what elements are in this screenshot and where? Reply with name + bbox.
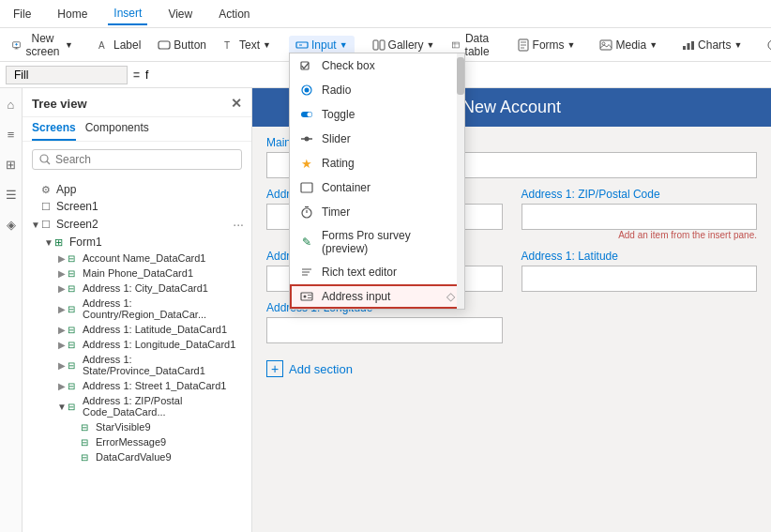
input-dropdown-menu: Check box Radio Toggle Slider ★ Rating C… — [289, 53, 465, 310]
icons-button[interactable]: ☺ Icons — [760, 36, 771, 54]
tree-item-label: Main Phone_DataCard1 — [83, 267, 193, 279]
dropdown-item-timer[interactable]: Timer — [290, 200, 464, 224]
gallery-icon — [372, 38, 386, 52]
text-icon: T — [223, 38, 236, 52]
expand-lat-icon: ▶ — [56, 325, 68, 335]
add-section-icon: + — [266, 360, 283, 377]
dropdown-item-label: Address input — [322, 290, 390, 303]
svg-rect-21 — [683, 46, 686, 50]
svg-rect-23 — [691, 41, 694, 50]
latitude-input[interactable] — [522, 266, 758, 292]
country-card-icon: ⊟ — [68, 304, 83, 314]
svg-rect-10 — [373, 40, 378, 50]
tree-item-main-phone[interactable]: ▶ ⊟ Main Phone_DataCard1 — [23, 266, 251, 281]
dropdown-item-toggle[interactable]: Toggle — [290, 102, 464, 127]
dropdown-scrollbar[interactable] — [457, 53, 464, 309]
media-button[interactable]: Media ▼ — [593, 36, 664, 54]
components-side-icon[interactable]: ◈ — [3, 216, 20, 233]
dropdown-item-slider[interactable]: Slider — [290, 127, 464, 151]
button-button[interactable]: Button — [151, 36, 213, 54]
data-side-icon[interactable]: ⊞ — [3, 156, 20, 173]
charts-button[interactable]: Charts ▼ — [675, 36, 748, 54]
add-section-label: Add section — [289, 362, 353, 376]
dropdown-item-rating[interactable]: ★ Rating — [290, 151, 464, 175]
tree-item-screen1[interactable]: ☐ Screen1 — [23, 198, 251, 215]
starvisible-icon: ⊟ — [81, 422, 96, 433]
dropdown-item-address-input[interactable]: Address input ◇ — [290, 284, 464, 309]
gallery-button[interactable]: Gallery ▼ — [366, 36, 442, 54]
charts-icon — [682, 38, 695, 52]
latitude-label: Address 1: Latitude — [522, 250, 758, 263]
tree-item-country[interactable]: ▶ ⊟ Address 1: Country/Region_DataCar... — [23, 296, 251, 322]
tree-item-app[interactable]: ⚙ App — [23, 181, 251, 198]
layers-side-icon[interactable]: ≡ — [3, 126, 20, 143]
menu-view[interactable]: View — [162, 4, 198, 24]
expand-city-icon: ▶ — [56, 283, 68, 294]
expand-zip-icon: ▼ — [56, 402, 68, 412]
screen2-more-btn[interactable]: ··· — [233, 217, 244, 232]
tree-item-label: Screen1 — [56, 200, 98, 213]
dropdown-item-label: Radio — [322, 84, 351, 97]
tree-item-label: Address 1: Latitude_DataCard1 — [83, 324, 227, 335]
tree-item-errormessage[interactable]: ⊟ ErrorMessage9 — [23, 434, 251, 449]
svg-point-26 — [40, 155, 48, 162]
forms-button[interactable]: Forms ▼ — [510, 36, 582, 54]
tree-item-state[interactable]: ▶ ⊟ Address 1: State/Province_DataCard1 — [23, 352, 251, 378]
svg-rect-19 — [600, 40, 612, 50]
form1-icon: ⊞ — [54, 236, 69, 249]
zip-input[interactable] — [522, 204, 758, 230]
tree-item-screen2[interactable]: ▼ ☐ Screen2 ··· — [23, 215, 251, 234]
dropdown-item-rich-text[interactable]: Rich text editor — [290, 260, 464, 284]
app-icon: ⚙ — [41, 184, 56, 196]
chevron-forms-icon: ▼ — [567, 40, 576, 50]
radio-icon — [299, 83, 314, 98]
tree-item-account-name[interactable]: ▶ ⊟ Account Name_DataCard1 — [23, 251, 251, 266]
tree-item-form1[interactable]: ▼ ⊞ Form1 — [23, 234, 251, 251]
state-card-icon: ⊟ — [68, 360, 83, 371]
tree-item-datacardvalue[interactable]: ⊟ DataCardValue9 — [23, 449, 251, 464]
input-icon — [295, 38, 309, 52]
input-button[interactable]: Input ▼ — [289, 36, 355, 54]
menu-file[interactable]: File — [8, 4, 37, 24]
tree-item-label: Account Name_DataCard1 — [83, 252, 205, 264]
add-section-button[interactable]: + Add section — [252, 353, 771, 385]
dropdown-item-container[interactable]: Container — [290, 175, 464, 200]
tree-item-label: StarVisible9 — [96, 421, 151, 433]
dropdown-item-checkbox[interactable]: Check box — [290, 53, 464, 78]
tree-view-tabs: Screens Components — [23, 117, 251, 142]
menu-home[interactable]: Home — [52, 4, 93, 24]
datacardvalue-icon: ⊟ — [81, 452, 96, 463]
city-card-icon: ⊟ — [68, 283, 83, 294]
menu-action[interactable]: Action — [213, 4, 255, 24]
formula-fill-selector[interactable] — [6, 66, 128, 84]
dropdown-item-forms-pro[interactable]: ✎ Forms Pro survey (preview) — [290, 224, 464, 260]
tree-item-city[interactable]: ▶ ⊟ Address 1: City_DataCard1 — [23, 281, 251, 296]
settings-side-icon[interactable]: ☰ — [3, 186, 20, 203]
tab-screens[interactable]: Screens — [32, 121, 76, 141]
text-button[interactable]: T Text ▼ — [217, 36, 278, 54]
home-side-icon[interactable]: ⌂ — [3, 96, 20, 113]
label-icon: A — [98, 38, 111, 52]
dropdown-item-radio[interactable]: Radio — [290, 78, 464, 102]
label-button[interactable]: A Label — [91, 36, 147, 54]
dropdown-item-label: Check box — [322, 59, 375, 72]
tab-components[interactable]: Components — [85, 121, 149, 141]
tree-item-longitude[interactable]: ▶ ⊟ Address 1: Longitude_DataCard1 — [23, 337, 251, 352]
chevron-down-icon: ▼ — [65, 40, 73, 50]
tree-view-title: Tree view — [32, 97, 87, 111]
longitude-input[interactable] — [266, 317, 503, 343]
tree-item-zip[interactable]: ▼ ⊟ Address 1: ZIP/Postal Code_DataCard.… — [23, 393, 251, 419]
dropdown-item-label: Forms Pro survey (preview) — [322, 229, 455, 255]
tree-item-latitude[interactable]: ▶ ⊟ Address 1: Latitude_DataCard1 — [23, 322, 251, 337]
expand-street-icon: ▶ — [56, 381, 68, 391]
svg-point-32 — [308, 113, 312, 117]
svg-point-30 — [305, 88, 310, 93]
tree-item-street[interactable]: ▶ ⊟ Address 1: Street 1_DataCard1 — [23, 378, 251, 393]
tree-view-close[interactable]: ✕ — [231, 96, 242, 111]
new-screen-button[interactable]: New screen ▼ — [6, 29, 80, 61]
tree-item-starvisible[interactable]: ⊟ StarVisible9 — [23, 419, 251, 434]
search-input[interactable] — [55, 153, 234, 166]
container-icon — [299, 180, 314, 195]
tree-item-label: Address 1: ZIP/Postal Code_DataCard... — [83, 395, 244, 418]
menu-insert[interactable]: Insert — [108, 3, 147, 25]
